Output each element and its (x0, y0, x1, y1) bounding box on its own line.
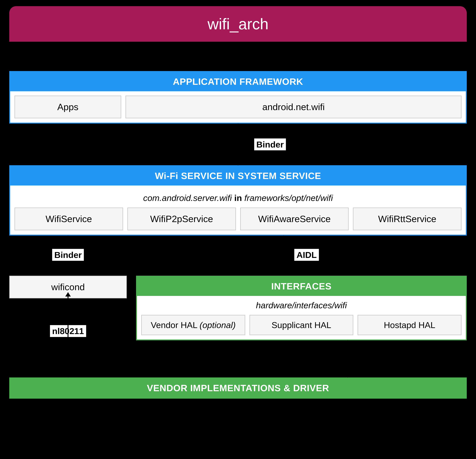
connector-label-binder-left: Binder (52, 249, 84, 261)
arrowhead-up-icon (281, 235, 287, 239)
app-framework-section: APPLICATION FRAMEWORK Apps android.net.w… (9, 71, 467, 123)
subtitle-path: frameworks/opt/net/wifi (244, 193, 333, 203)
diagram-canvas: wifi_arch APPLICATION FRAMEWORK Apps and… (0, 0, 476, 459)
vendor-hal-label: Vendor HAL (151, 320, 197, 330)
connector-mid-to-vendor (9, 340, 467, 377)
interfaces-section: INTERFACES hardware/interfaces/wifi Vend… (136, 276, 467, 340)
vendor-hal-optional: (optional) (200, 320, 236, 330)
system-service-subtitle: com.android.server.wifi in frameworks/op… (15, 190, 461, 208)
arrowhead-down-icon (281, 272, 287, 276)
interfaces-subtitle: hardware/interfaces/wifi (141, 296, 461, 315)
arrowhead-down-icon (235, 161, 241, 165)
arrowhead-up-icon (65, 235, 71, 239)
system-service-section: Wi-Fi SERVICE IN SYSTEM SERVICE com.andr… (9, 165, 467, 236)
mid-row: wificond INTERFACES hardware/interfaces/… (9, 276, 467, 340)
apps-box: Apps (15, 96, 121, 118)
connector-app-to-service: Binder (9, 123, 467, 165)
arrow-line (283, 236, 284, 276)
supplicant-hal-box: Supplicant HAL (249, 315, 353, 335)
title-bar: wifi_arch (9, 6, 467, 42)
wifip2pservice-box: WifiP2pService (128, 208, 236, 230)
arrowhead-up-icon (65, 292, 71, 296)
system-service-header: Wi-Fi SERVICE IN SYSTEM SERVICE (10, 166, 466, 186)
wifiservice-box: WifiService (15, 208, 123, 230)
arrowhead-up-icon (345, 340, 351, 344)
subtitle-in: in (234, 193, 242, 203)
wifiawareservice-box: WifiAwareService (240, 208, 349, 230)
subtitle-package: com.android.server.wifi (143, 193, 232, 203)
arrowhead-down-icon (65, 373, 71, 378)
vendor-hal-box: Vendor HAL (optional) (141, 315, 245, 335)
android-net-wifi-box: android.net.wifi (126, 96, 461, 118)
wifirttservice-box: WifiRttService (353, 208, 461, 230)
arrow-line (347, 340, 348, 377)
connector-service-to-mid: Binder AIDL (9, 236, 467, 276)
interfaces-header: INTERFACES (137, 277, 466, 296)
arrow-line (68, 293, 68, 377)
arrowhead-down-icon (345, 373, 351, 378)
vendor-implementations-bar: VENDOR IMPLEMENTATIONS & DRIVER (9, 377, 467, 399)
diagram-title: wifi_arch (207, 15, 269, 33)
arrowhead-up-icon (235, 123, 241, 128)
app-framework-header: APPLICATION FRAMEWORK (10, 72, 466, 91)
arrowhead-down-icon (65, 272, 71, 276)
connector-label-binder: Binder (254, 139, 286, 150)
connector-label-aidl: AIDL (294, 249, 319, 261)
arrow-line (238, 123, 238, 165)
hostapd-hal-box: Hostapd HAL (357, 315, 461, 335)
